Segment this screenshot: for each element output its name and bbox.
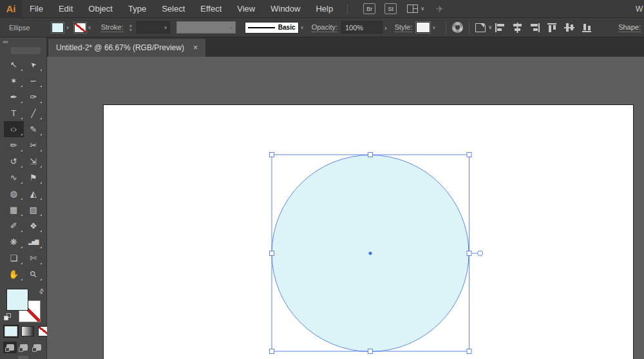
handle-middle-right[interactable] [467, 251, 471, 256]
eyedropper-tool[interactable]: ✐ [4, 218, 24, 234]
arrange-documents-icon[interactable] [407, 5, 418, 13]
tools-grid: ↖➤✶∽✒✑T╱○✎✏✂↺⇲∿⚑◍◭▦▨✐❖❋▂▅▇❏✄✋⚲ [4, 57, 43, 282]
slice-tool[interactable]: ✄ [24, 250, 44, 266]
menu-view[interactable]: View [229, 4, 263, 14]
mesh-tool[interactable]: ▦ [4, 202, 24, 218]
zoom-tool[interactable]: ⚲ [24, 266, 44, 282]
center-point[interactable] [369, 252, 372, 255]
gradient-tool-icon: ▨ [30, 205, 37, 215]
color-button[interactable] [5, 326, 17, 336]
opacity-panel-link[interactable]: Opacity: [312, 23, 337, 32]
style-chevron-icon[interactable]: ∨ [432, 25, 435, 30]
swap-fill-stroke-icon[interactable]: ⇄ [37, 287, 46, 296]
paintbrush-tool[interactable]: ✎ [24, 121, 44, 137]
gradient-button[interactable] [21, 326, 34, 336]
stroke-chevron-icon[interactable]: ∨ [88, 25, 91, 30]
stroke-panel-link[interactable]: Stroke: [101, 23, 124, 32]
handle-top-right[interactable] [467, 153, 471, 157]
workspace-switcher[interactable]: W [636, 5, 644, 14]
handle-bottom-left[interactable] [270, 349, 274, 354]
symbol-sprayer-tool-icon: ❋ [10, 237, 17, 247]
curvature-tool[interactable]: ✑ [24, 89, 44, 105]
panel-grip[interactable] [11, 47, 41, 54]
opacity-expand-icon[interactable]: › [384, 24, 387, 32]
style-swatch[interactable] [416, 22, 430, 33]
live-shape-widget[interactable] [478, 251, 483, 256]
perspective-grid-tool-icon: ◭ [30, 189, 37, 199]
fill-color-swatch[interactable] [52, 23, 64, 33]
handle-top-left[interactable] [270, 153, 274, 157]
gradient-tool[interactable]: ▨ [24, 202, 44, 218]
document-tab-bar: Untitled-2* @ 66.67% (RGB/Preview) × [47, 37, 644, 57]
draw-normal-button[interactable] [3, 342, 17, 353]
perspective-grid-tool[interactable]: ◭ [24, 186, 44, 202]
fill-proxy-swatch[interactable] [6, 289, 28, 311]
drawing-mode-buttons [3, 342, 44, 353]
magic-wand-tool[interactable]: ✶ [4, 73, 24, 89]
align-vertical-top-icon[interactable] [547, 23, 558, 33]
align-horizontal-left-icon[interactable] [495, 23, 506, 33]
menu-object[interactable]: Object [80, 4, 120, 14]
type-tool[interactable]: T [4, 105, 24, 121]
canvas-area[interactable] [47, 57, 644, 359]
tab-close-icon[interactable]: × [193, 43, 198, 52]
menu-window[interactable]: Window [263, 4, 308, 14]
screen-mode-button[interactable] [18, 356, 28, 359]
line-segment-tool[interactable]: ╱ [24, 105, 44, 121]
draw-inside-button[interactable] [30, 342, 44, 353]
transform-chevron-icon[interactable]: ∨ [488, 24, 492, 30]
scale-tool[interactable]: ⇲ [24, 153, 44, 170]
selection-tool[interactable]: ↖ [4, 57, 24, 73]
artboard-tool[interactable]: ❏ [4, 250, 24, 266]
handle-top-center[interactable] [368, 153, 373, 157]
align-vertical-center-icon[interactable] [564, 23, 575, 33]
stepper-down-icon[interactable]: ∨ [129, 28, 132, 32]
blend-tool[interactable]: ❖ [24, 218, 44, 234]
direct-selection-tool[interactable]: ➤ [24, 57, 44, 73]
puppet-warp-tool[interactable]: ⚑ [24, 170, 44, 186]
recolor-artwork-icon[interactable] [452, 22, 463, 33]
symbol-sprayer-tool[interactable]: ❋ [4, 234, 24, 250]
shape-builder-tool[interactable]: ◍ [4, 186, 24, 202]
stroke-weight-stepper[interactable]: ∧∨ [128, 22, 135, 34]
handle-bottom-center[interactable] [368, 349, 373, 354]
menu-file[interactable]: File [22, 4, 51, 14]
transform-icon[interactable] [475, 23, 486, 32]
menu-edit[interactable]: Edit [51, 4, 80, 14]
document-tab[interactable]: Untitled-2* @ 66.67% (RGB/Preview) × [48, 39, 205, 57]
width-tool[interactable]: ∿ [4, 170, 24, 186]
ellipse-tool[interactable]: ○ [4, 121, 24, 137]
align-horizontal-center-icon[interactable] [512, 23, 523, 33]
rotate-tool[interactable]: ↺ [4, 153, 24, 170]
bridge-button[interactable]: Br [363, 3, 375, 14]
brush-definition-dropdown[interactable]: Basic [245, 22, 299, 34]
opacity-input[interactable]: 100% [341, 21, 383, 34]
stock-button[interactable]: St [384, 3, 397, 14]
shape-panel-link[interactable]: Shape: [618, 23, 641, 32]
collapse-panel-button[interactable]: «« [3, 39, 8, 45]
handle-middle-left[interactable] [270, 251, 274, 256]
align-horizontal-right-icon[interactable] [529, 23, 540, 33]
handle-bottom-right[interactable] [467, 349, 471, 354]
tools-panel: «« ↖➤✶∽✒✑T╱○✎✏✂↺⇲∿⚑◍◭▦▨✐❖❋▂▅▇❏✄✋⚲ ⇄ [0, 37, 47, 359]
hand-tool[interactable]: ✋ [4, 266, 24, 282]
draw-behind-button[interactable] [17, 342, 30, 353]
brush-chevron-icon[interactable]: ∨ [301, 25, 304, 30]
default-fill-stroke-icon[interactable] [4, 313, 12, 321]
menu-help[interactable]: Help [308, 4, 341, 14]
menu-effect[interactable]: Effect [193, 4, 229, 14]
stroke-weight-dropdown[interactable]: ∨ [137, 21, 170, 34]
selection-overlay [47, 57, 644, 359]
scissors-tool[interactable]: ✂ [24, 137, 44, 153]
pen-tool[interactable]: ✒ [4, 89, 24, 105]
stroke-color-swatch[interactable] [74, 23, 86, 33]
style-panel-link[interactable]: Style: [395, 23, 413, 32]
menu-type[interactable]: Type [120, 4, 154, 14]
menu-select[interactable]: Select [154, 4, 193, 14]
lasso-tool[interactable]: ∽ [24, 73, 44, 89]
shaper-tool[interactable]: ✏ [4, 137, 24, 153]
arrange-documents-chevron-icon[interactable]: ∨ [421, 6, 424, 12]
fill-chevron-icon[interactable]: ∨ [66, 25, 69, 30]
align-vertical-bottom-icon[interactable] [582, 23, 592, 33]
column-graph-tool[interactable]: ▂▅▇ [24, 234, 44, 250]
